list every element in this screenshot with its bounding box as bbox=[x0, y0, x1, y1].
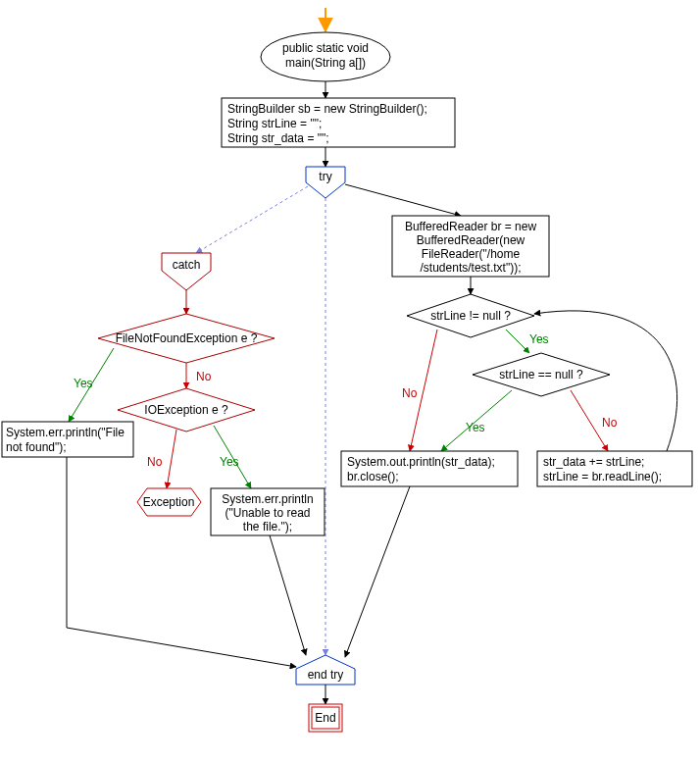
svg-text:IOException e ?: IOException e ? bbox=[144, 403, 228, 417]
end-node: End bbox=[309, 704, 342, 732]
svg-text:StringBuilder sb = new StringB: StringBuilder sb = new StringBuilder(); bbox=[227, 102, 427, 116]
main-decl-label: public static void bbox=[282, 41, 369, 55]
strline-null-decision: strLine == null ? bbox=[473, 353, 610, 396]
svg-text:System.err.println("File: System.err.println("File bbox=[6, 426, 125, 439]
svg-text:String str_data = "";: String str_data = ""; bbox=[227, 131, 329, 145]
svg-text:Yes: Yes bbox=[74, 377, 93, 390]
svg-text:String strLine = "";: String strLine = ""; bbox=[227, 117, 322, 130]
ioe-decision: IOException e ? bbox=[118, 388, 255, 432]
svg-text:BufferedReader br = new: BufferedReader br = new bbox=[405, 220, 537, 233]
svg-text:FileReader("/home: FileReader("/home bbox=[422, 247, 521, 261]
svg-text:("Unable to read: ("Unable to read bbox=[225, 506, 311, 520]
catch-node: catch bbox=[162, 253, 211, 290]
svg-text:the file.");: the file."); bbox=[243, 520, 292, 533]
strline-notnull-decision: strLine != null ? bbox=[407, 294, 534, 337]
svg-text:strLine == null ?: strLine == null ? bbox=[499, 368, 583, 381]
svg-text:Exception: Exception bbox=[143, 495, 195, 509]
svg-text:End: End bbox=[315, 711, 335, 725]
exception-node: Exception bbox=[137, 488, 201, 516]
svg-text:end try: end try bbox=[308, 668, 344, 682]
end-try-node: end try bbox=[296, 655, 355, 685]
svg-text:BufferedReader(new: BufferedReader(new bbox=[417, 233, 525, 247]
main-decl-node: public static void main(String a[]) bbox=[261, 32, 390, 81]
svg-text:Yes: Yes bbox=[529, 332, 549, 346]
svg-text:main(String a[]): main(String a[]) bbox=[285, 56, 366, 70]
fnfe-decision: FileNotFoundException e ? bbox=[98, 314, 275, 363]
svg-text:strLine != null ?: strLine != null ? bbox=[430, 309, 511, 323]
svg-text:System.out.println(str_data);: System.out.println(str_data); bbox=[347, 455, 495, 469]
svg-text:FileNotFoundException e ?: FileNotFoundException e ? bbox=[116, 331, 258, 345]
unable-read-node: System.err.println ("Unable to read the … bbox=[211, 488, 325, 535]
svg-text:catch: catch bbox=[173, 258, 201, 272]
print-close-node: System.out.println(str_data); br.close()… bbox=[341, 451, 518, 486]
svg-text:/students/test.txt"));: /students/test.txt")); bbox=[421, 261, 522, 275]
svg-text:No: No bbox=[196, 370, 212, 383]
try-node: try bbox=[306, 167, 345, 198]
svg-text:strLine = br.readLine();: strLine = br.readLine(); bbox=[543, 470, 662, 483]
svg-text:public static void: public static void bbox=[282, 41, 369, 55]
svg-text:str_data += strLine;: str_data += strLine; bbox=[543, 455, 644, 469]
file-not-found-node: System.err.println("File not found"); bbox=[2, 422, 133, 457]
svg-text:try: try bbox=[319, 170, 331, 183]
svg-text:Yes: Yes bbox=[220, 455, 239, 469]
init-block-node: StringBuilder sb = new StringBuilder(); … bbox=[222, 98, 455, 147]
svg-text:No: No bbox=[147, 455, 163, 469]
buffered-reader-node: BufferedReader br = new BufferedReader(n… bbox=[392, 216, 549, 277]
append-read-node: str_data += strLine; strLine = br.readLi… bbox=[537, 451, 692, 486]
svg-text:No: No bbox=[402, 386, 418, 400]
svg-text:No: No bbox=[602, 416, 618, 430]
svg-text:br.close();: br.close(); bbox=[347, 470, 399, 483]
svg-text:Yes: Yes bbox=[466, 421, 485, 434]
svg-text:System.err.println: System.err.println bbox=[222, 492, 313, 506]
svg-text:not found");: not found"); bbox=[6, 440, 67, 454]
